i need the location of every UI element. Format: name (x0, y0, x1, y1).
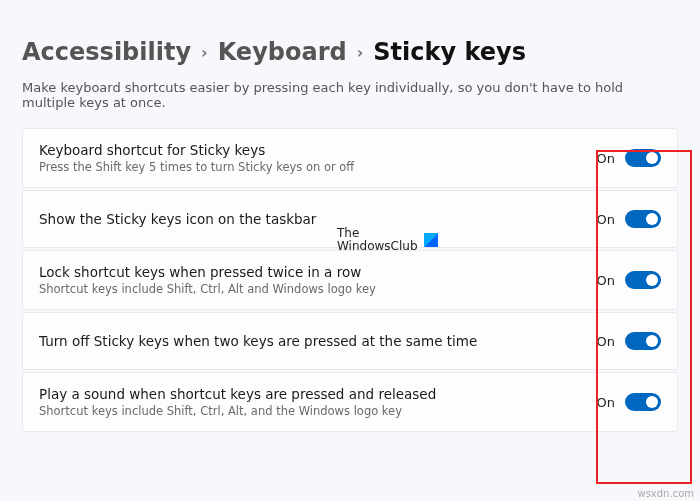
row-subtitle: Shortcut keys include Shift, Ctrl, Alt, … (39, 404, 597, 418)
chevron-right-icon: › (357, 43, 364, 62)
toggle-show-taskbar-icon[interactable] (625, 210, 661, 228)
toggle-state-label: On (597, 151, 615, 166)
breadcrumb-accessibility[interactable]: Accessibility (22, 38, 191, 66)
toggle-state-label: On (597, 273, 615, 288)
row-lock-shortcut-keys: Lock shortcut keys when pressed twice in… (22, 250, 678, 310)
toggle-state-label: On (597, 212, 615, 227)
row-subtitle: Press the Shift key 5 times to turn Stic… (39, 160, 597, 174)
toggle-keyboard-shortcut[interactable] (625, 149, 661, 167)
footer-credit: wsxdn.com (637, 488, 694, 499)
row-turn-off-two-keys: Turn off Sticky keys when two keys are p… (22, 312, 678, 370)
row-title: Show the Sticky keys icon on the taskbar (39, 211, 597, 227)
breadcrumb: Accessibility › Keyboard › Sticky keys (22, 38, 678, 66)
settings-list: Keyboard shortcut for Sticky keys Press … (22, 128, 678, 432)
chevron-right-icon: › (201, 43, 208, 62)
toggle-play-sound[interactable] (625, 393, 661, 411)
breadcrumb-keyboard[interactable]: Keyboard (218, 38, 347, 66)
row-keyboard-shortcut: Keyboard shortcut for Sticky keys Press … (22, 128, 678, 188)
row-title: Play a sound when shortcut keys are pres… (39, 386, 597, 402)
toggle-state-label: On (597, 395, 615, 410)
row-play-sound: Play a sound when shortcut keys are pres… (22, 372, 678, 432)
breadcrumb-current: Sticky keys (373, 38, 526, 66)
toggle-turn-off-two-keys[interactable] (625, 332, 661, 350)
row-title: Turn off Sticky keys when two keys are p… (39, 333, 597, 349)
toggle-state-label: On (597, 334, 615, 349)
row-title: Keyboard shortcut for Sticky keys (39, 142, 597, 158)
page-description: Make keyboard shortcuts easier by pressi… (22, 80, 678, 110)
row-title: Lock shortcut keys when pressed twice in… (39, 264, 597, 280)
row-show-taskbar-icon: Show the Sticky keys icon on the taskbar… (22, 190, 678, 248)
toggle-lock-shortcut-keys[interactable] (625, 271, 661, 289)
row-subtitle: Shortcut keys include Shift, Ctrl, Alt a… (39, 282, 597, 296)
